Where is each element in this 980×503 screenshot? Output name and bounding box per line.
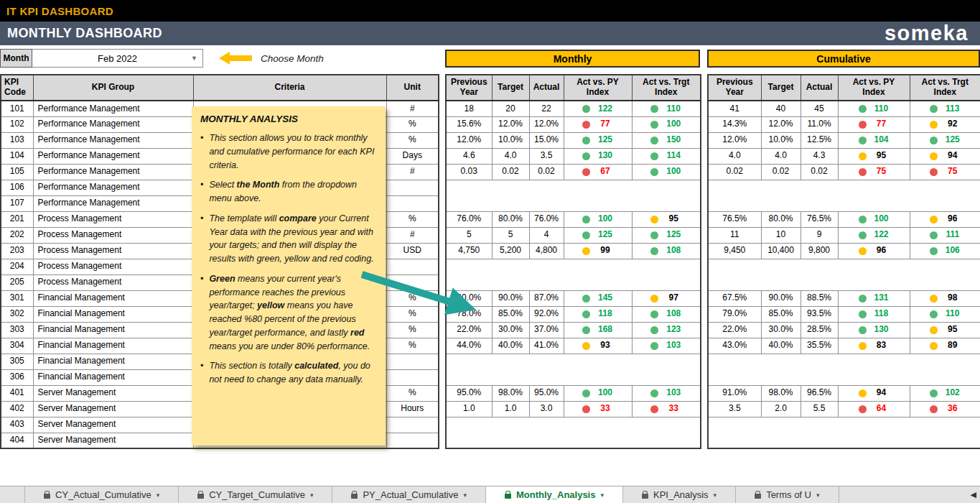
empty-cell — [632, 417, 701, 433]
value-cell: 11.0% — [801, 116, 838, 132]
kpi-group-cell: Server Management — [33, 417, 193, 433]
index-indicator: 113 — [913, 101, 979, 116]
value-cell: 10.0% — [492, 132, 529, 148]
index-cell: 64 — [838, 401, 910, 417]
empty-cell — [708, 354, 761, 369]
index-indicator: 96 — [841, 244, 907, 259]
value-cell: 5 — [492, 227, 529, 243]
index-value: 89 — [945, 341, 961, 350]
index-cell: 100 — [838, 211, 910, 227]
empty-cell — [910, 369, 980, 385]
kpi-group-cell: Server Management — [33, 401, 193, 417]
tab-dropdown-icon: ▾ — [714, 492, 717, 499]
status-dot-green-icon — [930, 231, 938, 239]
table-row — [446, 180, 701, 195]
empty-cell — [529, 369, 564, 385]
bullet-marker: • — [200, 359, 203, 387]
kpi-group-cell: Financial Management — [33, 306, 193, 322]
index-indicator: 95 — [635, 212, 699, 227]
value-cell: 41 — [708, 101, 761, 116]
empty-cell — [910, 180, 980, 195]
status-dot-red-icon — [859, 168, 867, 176]
sheet-tab-monthly-analysis[interactable]: Monthly_Analysis▾ — [486, 486, 623, 503]
value-cell: 12.0% — [492, 116, 529, 132]
it-kpi-dashboard: IT KPI DASHBOARD MONTHLY DASHBOARD somek… — [0, 0, 980, 503]
status-dot-green-icon — [859, 105, 867, 113]
note-bullet: •This section allows you to track monthl… — [200, 131, 376, 172]
status-dot-green-icon — [650, 342, 658, 350]
kpi-code-cell: 303 — [1, 322, 33, 338]
status-dot-red-icon — [650, 405, 658, 413]
value-cell: 4.0 — [708, 148, 761, 164]
sheet-tab-cy-actual-cumulative[interactable]: CY_Actual_Cumulative▾ — [24, 486, 179, 503]
value-cell: 9,450 — [708, 243, 761, 259]
table-row: 4.04.04.39594 — [708, 148, 980, 164]
index-value: 100 — [874, 214, 890, 223]
value-cell: 95.0% — [529, 385, 564, 401]
value-cell: 0.03 — [446, 164, 492, 180]
value-cell: 18 — [446, 101, 492, 116]
status-dot-green-icon — [582, 295, 590, 303]
status-dot-yellow-icon — [930, 121, 938, 129]
index-indicator: 125 — [635, 228, 699, 243]
empty-cell — [492, 369, 529, 385]
empty-cell — [446, 417, 492, 433]
table-row: 79.0%85.0%93.5%118110 — [708, 306, 980, 322]
empty-cell — [632, 259, 701, 274]
index-indicator: 103 — [635, 386, 699, 401]
sheet-tab-cy-target-cumulative[interactable]: CY_Target_Cumulative▾ — [179, 486, 332, 503]
header-row: KPI CodeKPI GroupCriteriaUnit — [1, 75, 439, 101]
index-value: 110 — [874, 104, 890, 114]
note-pointer-arrow-icon — [353, 267, 493, 321]
table-row — [446, 369, 701, 385]
kpi-group-cell: Performance Management — [33, 164, 193, 180]
table-row — [708, 433, 980, 448]
kpi-group-cell: Financial Management — [33, 369, 193, 385]
empty-cell — [801, 354, 838, 369]
empty-cell — [910, 354, 980, 369]
value-cell: 22.0% — [446, 322, 492, 338]
sheet-tab-terms-of-u[interactable]: Terms of U▾ — [736, 486, 839, 503]
empty-cell — [529, 354, 564, 369]
cumulative-table: Previous YearTargetActualAct vs. PY Inde… — [707, 74, 980, 449]
month-dropdown[interactable]: Feb 2022 ▼ — [32, 49, 203, 68]
empty-cell — [838, 195, 910, 211]
index-indicator: 150 — [635, 133, 699, 148]
value-cell: 1.0 — [446, 401, 492, 417]
index-value: 100 — [597, 214, 613, 223]
sheet-tab-kpi-analysis[interactable]: KPI_Analysis▾ — [623, 486, 736, 503]
index-value: 104 — [874, 135, 890, 144]
sheet-tab-py-actual-cumulative[interactable]: PY_Actual_Cumulative▾ — [332, 486, 486, 503]
status-dot-yellow-icon — [859, 342, 867, 350]
column-header: Actual — [801, 75, 838, 101]
status-dot-green-icon — [650, 389, 658, 397]
empty-cell — [801, 433, 838, 448]
value-cell: 14.3% — [708, 116, 761, 132]
value-cell: 92.0% — [529, 306, 564, 322]
value-cell: 1.0 — [492, 401, 529, 417]
unit-cell — [386, 180, 439, 195]
index-cell: 98 — [910, 290, 980, 306]
index-cell: 94 — [838, 385, 910, 401]
value-cell: 5 — [446, 227, 492, 243]
empty-cell — [529, 195, 564, 211]
value-cell: 45 — [801, 101, 838, 116]
index-cell: 33 — [632, 401, 701, 417]
status-dot-yellow-icon — [930, 342, 938, 350]
value-cell: 10.0% — [761, 132, 801, 148]
empty-cell — [838, 259, 910, 274]
status-dot-green-icon — [582, 326, 590, 334]
empty-cell — [801, 180, 838, 195]
dropdown-caret-icon: ▼ — [191, 55, 197, 62]
empty-cell — [492, 354, 529, 369]
tab-scroll-left-icon[interactable]: ◀ — [971, 490, 976, 499]
status-dot-yellow-icon — [650, 216, 658, 223]
table-row: 182022122110 — [446, 101, 701, 116]
note-bullet: •This section is totally calculated, you… — [200, 359, 376, 387]
index-value: 125 — [666, 230, 681, 239]
value-cell: 79.0% — [708, 306, 761, 322]
empty-cell — [838, 354, 910, 369]
bullet-marker: • — [200, 178, 203, 206]
status-dot-yellow-icon — [859, 389, 867, 397]
index-value: 110 — [945, 309, 961, 318]
